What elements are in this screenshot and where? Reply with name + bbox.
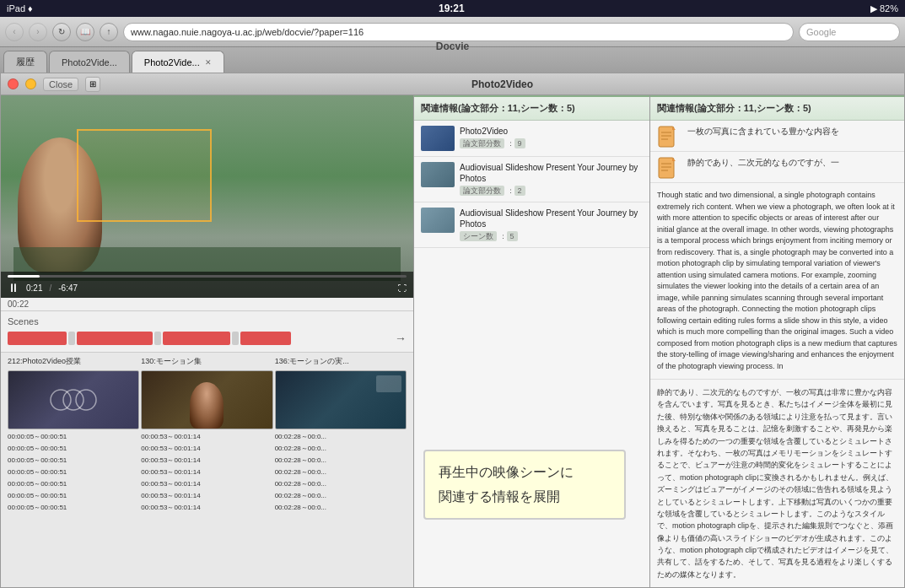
- video-controls: ⏸ 0:21 / -6:47 ⛶: [1, 272, 413, 298]
- right-item-2[interactable]: 静的であり、二次元的なものですが、一: [650, 152, 904, 183]
- video-viewport[interactable]: ⏸ 0:21 / -6:47 ⛶: [1, 95, 413, 298]
- content-window: Close ⊞ Photo2Video: [0, 73, 905, 588]
- related-title-1: Photo2Video: [460, 126, 643, 137]
- related-meta-label-2: 論文部分数: [460, 186, 504, 196]
- battery-label: ▶ 82%: [870, 3, 898, 14]
- related-meta-2: 論文部分数 ：2: [460, 186, 643, 197]
- doc-icon-2: [657, 157, 682, 177]
- scene-block-gap-2: [154, 332, 161, 345]
- right-item-1[interactable]: 一枚の写真に含まれている豊かな内容を: [650, 121, 904, 152]
- thumb-img-1[interactable]: [8, 370, 139, 429]
- related-item-1[interactable]: Photo2Video 論文部分数 ：9: [414, 121, 649, 157]
- close-label-btn[interactable]: Close: [43, 78, 78, 91]
- middle-panel-header: 関連情報(論文部分：11,シーン数：5): [414, 95, 649, 121]
- scene-block-4[interactable]: [240, 332, 291, 345]
- thumb-label-2: 130:モーション集: [141, 356, 272, 367]
- related-info-1: Photo2Video 論文部分数 ：9: [460, 126, 643, 149]
- scene-block-1[interactable]: [8, 332, 67, 345]
- total-time: -6:47: [58, 283, 78, 293]
- related-thumb-3: [421, 208, 455, 233]
- scene-block-2[interactable]: [77, 332, 153, 345]
- video-progress-bar[interactable]: [8, 275, 407, 278]
- window-minimize-button[interactable]: [25, 78, 36, 89]
- svg-point-0: [51, 390, 71, 410]
- status-time: 19:21: [439, 3, 465, 14]
- grid-view-button[interactable]: ⊞: [85, 77, 100, 92]
- thumb-label-1: 212:Photo2Video授業: [8, 356, 139, 367]
- annotation-box: 再生中の映像シーンに 関連する情報を展開: [423, 450, 626, 520]
- window-close-button[interactable]: [8, 78, 19, 89]
- status-left: iPad ♦: [7, 3, 33, 13]
- search-bar[interactable]: Google: [799, 23, 900, 41]
- url-text: www.nagao.nuie.nagoya-u.ac.jp/web/docvie…: [131, 27, 364, 37]
- pause-button[interactable]: ⏸: [8, 281, 19, 294]
- tab-history[interactable]: 履歴: [3, 51, 47, 73]
- scene-block-gap-3: [232, 332, 239, 345]
- tab-photo2video-1[interactable]: Photo2Vide...: [49, 51, 130, 73]
- video-progress-fill: [8, 275, 40, 278]
- status-bar: iPad ♦ 19:21 ▶ 82%: [0, 0, 905, 17]
- current-time: 0:21: [26, 283, 42, 293]
- scene-block-3[interactable]: [163, 332, 230, 345]
- back-button[interactable]: ‹: [5, 23, 24, 41]
- related-meta-value-3: 5: [507, 231, 518, 241]
- doc-icon-1: [657, 126, 682, 146]
- related-meta-3: シーン数 ：5: [460, 231, 643, 242]
- reload-button[interactable]: ↻: [52, 23, 71, 41]
- right-text-1: 一枚の写真に含まれている豊かな内容を: [687, 126, 839, 138]
- scenes-timeline[interactable]: →: [8, 330, 407, 347]
- annotation-line1: 再生中の映像シーンに: [439, 461, 611, 483]
- right-panel-header: 関連情報(論文部分：11,シーン数：5): [650, 95, 904, 121]
- right-panel: 関連情報(論文部分：11,シーン数：5) 一枚の写真に含まれている豊かな内容を: [650, 95, 904, 587]
- svg-rect-8: [659, 158, 674, 178]
- share-button[interactable]: ↑: [100, 23, 118, 41]
- thumb-img-2[interactable]: [141, 370, 272, 429]
- browser-chrome: ‹ › ↻ 📖 ↑ www.nagao.nuie.nagoya-u.ac.jp/…: [0, 17, 905, 47]
- video-frame: ⏸ 0:21 / -6:47 ⛶: [1, 95, 413, 298]
- thumb-col-1: 00:00:05～00:00:51 00:00:05～00:00:51 00:0…: [8, 370, 139, 513]
- forward-button[interactable]: ›: [29, 23, 47, 41]
- url-bar[interactable]: www.nagao.nuie.nagoya-u.ac.jp/web/docvie…: [123, 23, 794, 41]
- related-info-3: Audiovisual Slideshow Present Your Journ…: [460, 208, 643, 242]
- related-item-2[interactable]: Audiovisual Slideshow Present Your Journ…: [414, 157, 649, 202]
- related-thumb-1: [421, 126, 455, 151]
- related-meta-value-1: 9: [514, 138, 525, 148]
- svg-point-2: [76, 390, 96, 410]
- status-right: ▶ 82%: [870, 3, 898, 14]
- thumb-img-3[interactable]: [275, 370, 407, 429]
- right-panel-content[interactable]: 一枚の写真に含まれている豊かな内容を 静的であり、二次元的なものですが、一: [650, 121, 904, 587]
- thumb-times-1: 00:00:05～00:00:51 00:00:05～00:00:51 00:0…: [8, 431, 139, 513]
- tab-close-icon[interactable]: ✕: [205, 58, 212, 67]
- browser-title: Docvie: [436, 40, 469, 52]
- related-meta-label-1: 論文部分数: [460, 138, 504, 148]
- scenes-arrow-icon[interactable]: →: [395, 332, 407, 345]
- thumb-col-3: 00:02:28～00:0... 00:02:28～00:0... 00:02:…: [275, 370, 407, 513]
- related-meta-label-3: シーン数: [460, 231, 497, 241]
- fullscreen-button[interactable]: ⛶: [398, 283, 407, 293]
- thumb-times-3: 00:02:28～00:0... 00:02:28～00:0... 00:02:…: [275, 431, 407, 513]
- scenes-label: Scenes: [8, 316, 407, 326]
- search-placeholder: Google: [806, 27, 836, 37]
- thumbnails-section: 212:Photo2Video授業 130:モーション集 136:モーションの実…: [1, 353, 413, 587]
- scene-block-gap-1: [68, 332, 75, 345]
- thumbnail-labels: 212:Photo2Video授業 130:モーション集 136:モーションの実…: [1, 353, 413, 370]
- svg-rect-3: [659, 127, 674, 147]
- thumbnails-grid: 00:00:05～00:00:51 00:00:05～00:00:51 00:0…: [1, 370, 413, 516]
- article-text-jp: 静的であり、二次元的なものですが、一枚の写真は非常に豊かな内容を含んでいます。写…: [650, 380, 904, 587]
- right-text-2: 静的であり、二次元的なものですが、一: [687, 157, 839, 169]
- article-text-en: Though static and two dimensional, a sin…: [650, 183, 904, 380]
- related-info-2: Audiovisual Slideshow Present Your Journ…: [460, 162, 643, 197]
- bookmarks-button[interactable]: 📖: [76, 23, 94, 41]
- tab-photo2video-2[interactable]: Photo2Vide... ✕: [132, 51, 224, 73]
- related-title-3: Audiovisual Slideshow Present Your Journ…: [460, 208, 643, 229]
- thumb-times-2: 00:00:53～00:01:14 00:00:53～00:01:14 00:0…: [141, 431, 272, 513]
- annotation-line3: 関連する情報を展開: [439, 486, 611, 508]
- thumb-label-3: 136:モーションの実...: [275, 356, 407, 367]
- tab-photo2video-1-label: Photo2Vide...: [62, 57, 117, 67]
- related-item-3[interactable]: Audiovisual Slideshow Present Your Journ…: [414, 202, 649, 248]
- scenes-section: Scenes →: [1, 311, 413, 353]
- window-title: Photo2Video: [107, 78, 897, 90]
- window-titlebar: Close ⊞ Photo2Video: [1, 73, 904, 95]
- related-meta-value-2: 2: [514, 186, 525, 196]
- related-title-2: Audiovisual Slideshow Present Your Journ…: [460, 162, 643, 184]
